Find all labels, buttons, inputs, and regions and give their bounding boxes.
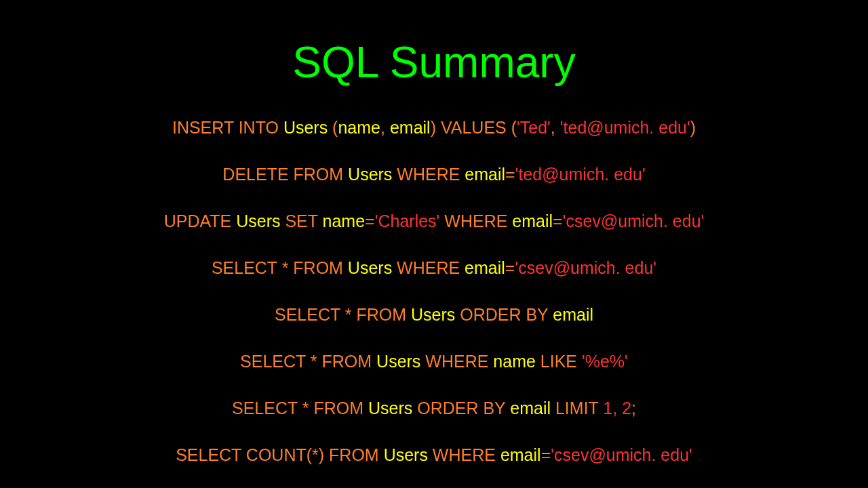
sql-keyword: WHERE xyxy=(439,211,512,230)
sql-statement: INSERT INTO Users (name, email) VALUES (… xyxy=(172,118,696,138)
sql-keyword: LIMIT xyxy=(551,399,603,418)
slide-container: SQL Summary INSERT INTO Users (name, ema… xyxy=(0,0,868,488)
sql-identifier: email xyxy=(390,118,431,137)
sql-identifier: Users xyxy=(376,352,420,371)
sql-literal: 'ted@umich. edu' xyxy=(515,165,646,184)
sql-statement: SELECT * FROM Users WHERE email='csev@um… xyxy=(212,258,656,278)
sql-keyword: WHERE xyxy=(392,165,465,184)
sql-keyword: ORDER BY xyxy=(455,305,553,324)
sql-keyword: INSERT INTO xyxy=(172,118,283,137)
sql-keyword: WHERE xyxy=(420,352,493,371)
sql-keyword: ; xyxy=(631,399,636,418)
sql-identifier: email xyxy=(465,258,505,277)
sql-keyword: LIKE xyxy=(536,352,582,371)
sql-identifier: name xyxy=(323,211,366,230)
sql-identifier: email xyxy=(465,165,505,184)
sql-statement: UPDATE Users SET name='Charles' WHERE em… xyxy=(164,211,705,231)
sql-identifier: email xyxy=(500,445,541,464)
sql-keyword: , xyxy=(380,118,390,137)
sql-literal: 1, 2 xyxy=(603,399,631,418)
sql-identifier: Users xyxy=(411,305,455,324)
sql-keyword: WHERE xyxy=(428,445,500,464)
slide-title: SQL Summary xyxy=(292,37,575,87)
sql-keyword: ( xyxy=(328,118,338,137)
sql-identifier: Users xyxy=(236,211,280,230)
sql-literal: 'csev@umich. edu' xyxy=(563,211,705,230)
sql-identifier: Users xyxy=(348,165,392,184)
sql-keyword: = xyxy=(553,211,563,230)
sql-keyword: SELECT * FROM xyxy=(232,399,368,418)
sql-keyword: UPDATE xyxy=(164,211,237,230)
sql-identifier: Users xyxy=(283,118,328,137)
sql-keyword: = xyxy=(365,211,375,230)
sql-statement: SELECT * FROM Users ORDER BY email LIMIT… xyxy=(232,399,636,418)
sql-identifier: email xyxy=(510,399,551,418)
sql-literal: '%e%' xyxy=(582,352,628,371)
sql-keyword: SELECT * FROM xyxy=(212,258,348,277)
sql-literal: 'Charles' xyxy=(375,211,440,230)
sql-keyword: SELECT * FROM xyxy=(275,305,411,324)
sql-statement: DELETE FROM Users WHERE email='ted@umich… xyxy=(222,165,645,184)
sql-keyword: ) VALUES ( xyxy=(431,118,517,137)
sql-literal: 'csev@umich. edu' xyxy=(551,445,692,464)
sql-statement: SELECT * FROM Users WHERE name LIKE '%e%… xyxy=(240,352,628,371)
sql-keyword: = xyxy=(505,165,515,184)
sql-keyword: DELETE FROM xyxy=(222,165,348,184)
sql-keyword: = xyxy=(505,258,515,277)
sql-keyword: = xyxy=(541,445,551,464)
sql-identifier: name xyxy=(338,118,380,137)
statements-list: INSERT INTO Users (name, email) VALUES (… xyxy=(0,118,868,465)
sql-identifier: email xyxy=(553,305,593,324)
sql-keyword: WHERE xyxy=(392,258,465,277)
sql-identifier: Users xyxy=(348,258,392,277)
sql-literal: 'Ted' xyxy=(517,118,551,137)
sql-literal: 'ted@umich. edu' xyxy=(560,118,690,137)
sql-identifier: name xyxy=(493,352,536,371)
sql-statement: SELECT COUNT(*) FROM Users WHERE email='… xyxy=(176,445,692,465)
sql-keyword: , xyxy=(551,118,560,137)
sql-keyword: SELECT * FROM xyxy=(240,352,376,371)
sql-keyword: SET xyxy=(280,211,322,230)
sql-keyword: ) xyxy=(690,118,696,137)
sql-keyword: SELECT COUNT(*) FROM xyxy=(176,445,384,464)
sql-keyword: ORDER BY xyxy=(412,399,510,418)
sql-identifier: Users xyxy=(368,399,412,418)
sql-identifier: Users xyxy=(384,445,428,464)
sql-statement: SELECT * FROM Users ORDER BY email xyxy=(275,305,593,325)
sql-literal: 'csev@umich. edu' xyxy=(515,258,656,277)
sql-identifier: email xyxy=(512,211,553,230)
